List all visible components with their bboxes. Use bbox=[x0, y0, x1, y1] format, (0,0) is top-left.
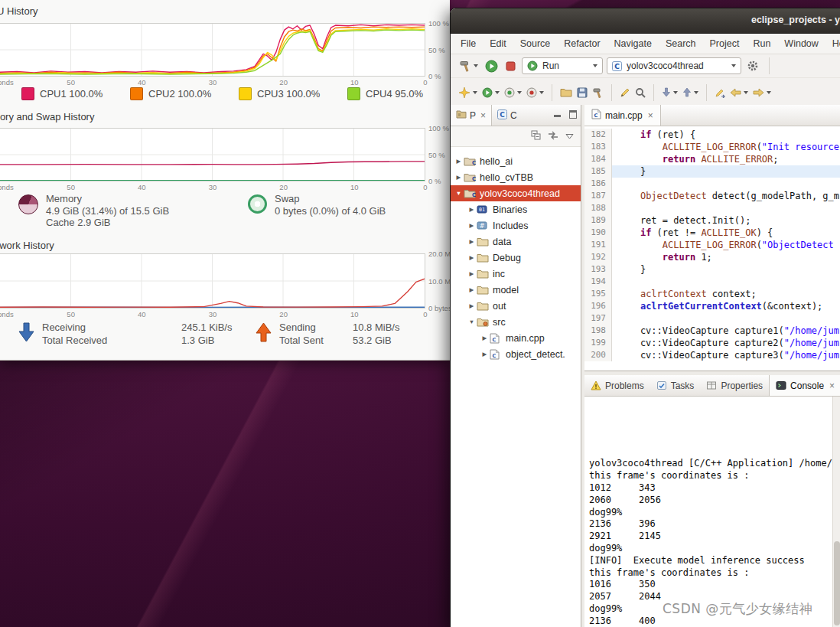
dropdown-caret-icon bbox=[694, 91, 698, 94]
tab-project-explorer[interactable]: P × bbox=[451, 105, 492, 126]
watermark: CSDN @元气少女缘结神 bbox=[663, 600, 812, 618]
back-button[interactable] bbox=[728, 86, 750, 100]
launch-mode-combo[interactable]: Run bbox=[522, 57, 603, 74]
expand-arrow-icon[interactable]: ▶ bbox=[467, 302, 477, 309]
collapse-all-icon[interactable] bbox=[531, 130, 541, 142]
tree-item-hello-cvtbb[interactable]: ▶Chello_cvTBB bbox=[451, 169, 581, 185]
launch-settings-button[interactable] bbox=[745, 57, 760, 74]
save-button[interactable] bbox=[575, 85, 589, 100]
menu-window[interactable]: Window bbox=[777, 34, 825, 54]
tab-tasks[interactable]: Tasks bbox=[650, 375, 701, 396]
main-toolbar: Run C yolov3coco4thread bbox=[451, 54, 840, 77]
total-sent-value: 53.2 GiB bbox=[353, 335, 399, 346]
search-button[interactable] bbox=[633, 85, 647, 100]
open-folder-button[interactable] bbox=[558, 85, 574, 100]
close-icon[interactable]: × bbox=[648, 110, 653, 121]
menu-search[interactable]: Search bbox=[659, 34, 703, 54]
code-editor[interactable]: 182 if (ret) {183 ACLLITE_LOG_ERROR("Ini… bbox=[584, 126, 840, 371]
profile-button[interactable] bbox=[525, 85, 545, 100]
receiving-arrow-icon bbox=[18, 322, 34, 346]
expand-arrow-icon[interactable]: ▶ bbox=[467, 238, 477, 245]
view-menu-icon[interactable] bbox=[565, 131, 574, 142]
expand-arrow-icon[interactable]: ▶ bbox=[467, 206, 477, 213]
console-line: 1016 350 bbox=[589, 579, 840, 591]
tree-item-data[interactable]: ▶data bbox=[451, 233, 581, 250]
menu-navigate[interactable]: Navigate bbox=[607, 34, 659, 54]
new-cpp-wizard-button[interactable] bbox=[457, 84, 479, 101]
receiving-info: Receiving 245.1 KiB/s Total Received 1.3… bbox=[18, 322, 248, 346]
receiving-rate: 245.1 KiB/s bbox=[181, 322, 233, 333]
project-icon: C bbox=[464, 156, 477, 166]
code-line-199: 199 cv::VideoCapture capture2("/home/jum bbox=[584, 337, 840, 349]
open-folder-icon bbox=[560, 87, 572, 97]
tab-label: Problems bbox=[605, 380, 644, 391]
tab-main-cpp[interactable]: C main.cpp × bbox=[584, 105, 661, 126]
expand-arrow-icon[interactable]: ▶ bbox=[467, 222, 477, 229]
launch-config-combo[interactable]: C yolov3coco4thread bbox=[607, 57, 741, 74]
tree-item-includes[interactable]: ▶#Includes bbox=[451, 217, 581, 233]
title-bar[interactable]: eclipse_projects - y bbox=[451, 8, 840, 34]
expand-arrow-icon[interactable]: ▶ bbox=[467, 270, 477, 277]
expand-arrow-icon[interactable]: ▶ bbox=[467, 254, 477, 261]
tree-item-model[interactable]: ▶model bbox=[451, 282, 581, 298]
expand-arrow-icon[interactable]: ▶ bbox=[454, 158, 464, 165]
new-cpp-wizard-icon bbox=[458, 87, 470, 99]
menu-edit[interactable]: Edit bbox=[483, 34, 513, 54]
tree-item-out[interactable]: ▶out bbox=[451, 298, 581, 314]
prev-annotation-button[interactable] bbox=[681, 85, 700, 100]
menu-source[interactable]: Source bbox=[513, 34, 558, 54]
minimize-view-button[interactable] bbox=[552, 109, 562, 119]
collapse-arrow-icon[interactable]: ▼ bbox=[454, 190, 464, 197]
tab-problems[interactable]: Problems bbox=[584, 375, 650, 396]
search-icon bbox=[635, 87, 646, 98]
tab-console[interactable]: Console× bbox=[769, 375, 840, 396]
last-edit-button[interactable] bbox=[713, 85, 727, 100]
menu-run[interactable]: Run bbox=[746, 34, 777, 54]
resume-button[interactable] bbox=[483, 57, 500, 75]
console-output[interactable]: yolov3coco4thread [C/C++ Application] /h… bbox=[584, 397, 840, 627]
expand-arrow-icon[interactable]: ▶ bbox=[467, 286, 477, 293]
expand-arrow-icon[interactable]: ▶ bbox=[480, 351, 490, 358]
next-annotation-button[interactable] bbox=[660, 85, 679, 100]
tab-properties[interactable]: Properties bbox=[700, 375, 769, 396]
run-button[interactable] bbox=[480, 85, 501, 100]
coverage-button[interactable] bbox=[503, 85, 523, 100]
link-with-editor-icon[interactable] bbox=[548, 131, 558, 142]
line-number: 194 bbox=[584, 276, 612, 288]
close-icon[interactable]: × bbox=[480, 110, 486, 121]
project-tree[interactable]: ▶Chello_ai▶Chello_cvTBB▼Cyolov3coco4thre… bbox=[451, 147, 581, 627]
legend-label: CPU1 100.0% bbox=[40, 88, 103, 100]
menu-project[interactable]: Project bbox=[703, 34, 747, 54]
maximize-view-button[interactable] bbox=[568, 109, 578, 119]
tree-item-yolov3coco4thread[interactable]: ▼Cyolov3coco4thread bbox=[451, 185, 581, 201]
line-number: 187 bbox=[584, 190, 612, 202]
menu-help[interactable]: Help bbox=[825, 34, 840, 54]
console-scrollbar[interactable] bbox=[832, 397, 840, 627]
cpu-legend-item: CPU4 95.0% bbox=[347, 87, 450, 100]
code-line-200: 200 cv::VideoCapture capture3("/home/jum bbox=[584, 349, 840, 361]
tree-item-hello-ai[interactable]: ▶Chello_ai bbox=[451, 153, 581, 169]
close-icon[interactable]: × bbox=[829, 380, 835, 391]
build-button[interactable] bbox=[591, 85, 605, 100]
tab-label: Properties bbox=[721, 380, 763, 391]
tree-item-inc[interactable]: ▶inc bbox=[451, 266, 581, 282]
menu-refactor[interactable]: Refactor bbox=[557, 34, 607, 54]
forward-button[interactable] bbox=[751, 86, 773, 100]
tree-item-object-detect[interactable]: ▶Cobject_detect. bbox=[451, 346, 581, 362]
edit-button[interactable] bbox=[618, 85, 632, 100]
tree-item-binaries[interactable]: ▶01Binaries bbox=[451, 201, 581, 217]
tab-c-projects[interactable]: C C bbox=[492, 105, 523, 126]
tree-item-label: hello_ai bbox=[480, 156, 513, 167]
terminate-button[interactable] bbox=[503, 58, 518, 74]
tree-item-debug[interactable]: ▶Debug bbox=[451, 250, 581, 266]
memory-pie-icon bbox=[18, 194, 38, 214]
collapse-arrow-icon[interactable]: ▼ bbox=[467, 318, 477, 325]
tree-item-main-cpp[interactable]: ▶Cmain.cpp bbox=[451, 330, 581, 346]
expand-arrow-icon[interactable]: ▶ bbox=[454, 174, 464, 181]
tree-item-src[interactable]: ▼src bbox=[451, 314, 581, 330]
expand-arrow-icon[interactable]: ▶ bbox=[480, 335, 490, 341]
build-button[interactable] bbox=[457, 57, 480, 74]
dropdown-caret-icon bbox=[731, 64, 736, 67]
last-edit-icon bbox=[715, 87, 725, 98]
menu-file[interactable]: File bbox=[454, 34, 483, 54]
